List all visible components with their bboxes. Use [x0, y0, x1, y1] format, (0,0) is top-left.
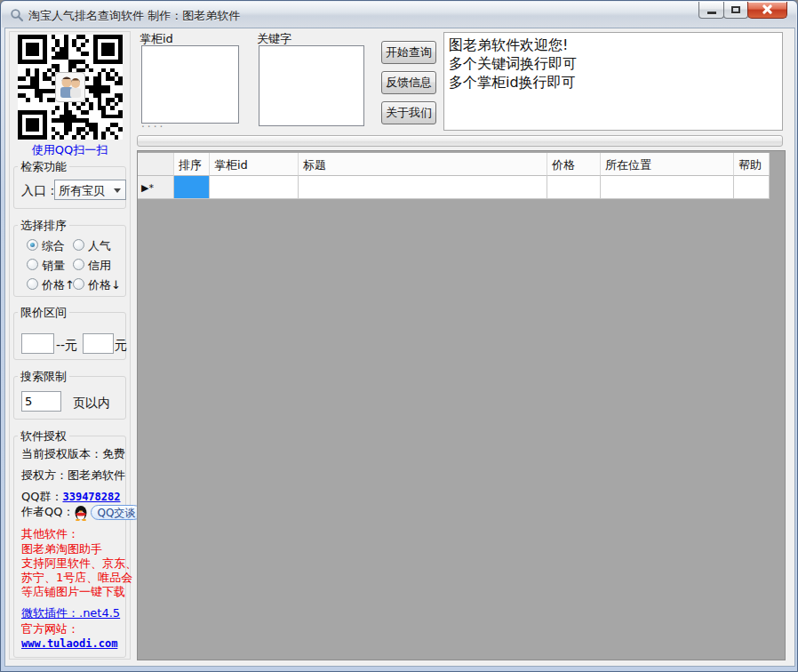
about-us-button[interactable]: 关于我们 [381, 101, 436, 124]
price-between-label: --元 [56, 338, 77, 354]
radio-icon [73, 278, 84, 290]
results-grid: 排序 掌柜id 标题 价格 所在位置 帮助 ▶* [137, 150, 786, 660]
radio-sort-price-asc[interactable]: 价格↑ [27, 278, 75, 292]
license-group-title: 软件授权 [18, 428, 69, 444]
official-site-label: 官方网站： [21, 621, 79, 637]
entry-dropdown[interactable]: 所有宝贝 [54, 180, 126, 200]
radio-sort-composite[interactable]: 综合 [27, 239, 65, 252]
close-icon [762, 4, 772, 14]
column-header-title[interactable]: 标题 [299, 153, 547, 176]
welcome-line-1: 图老弟软件欢迎您! [449, 36, 778, 54]
qq-penguin-icon [74, 505, 88, 521]
feedback-button[interactable]: 反馈信息 [381, 71, 436, 94]
price-suffix-label: 元 [115, 338, 127, 354]
table-row: ▶* [138, 176, 785, 199]
column-header-price[interactable]: 价格 [547, 153, 601, 176]
new-row-indicator[interactable]: ▶* [138, 176, 174, 199]
qq-chat-button[interactable]: QQ交谈 [91, 505, 141, 520]
title-bar: 淘宝人气排名查询软件 制作：图老弟软件 [2, 2, 796, 28]
author-qq-label: 作者QQ： [21, 505, 74, 518]
entry-label: 入口： [21, 183, 59, 199]
qq-group-number-link[interactable]: 339478282 [62, 491, 120, 503]
maximize-icon [731, 6, 740, 13]
radio-icon [27, 239, 38, 251]
cell-help[interactable] [734, 176, 770, 199]
magnifier-app-icon [10, 8, 24, 22]
search-limit-group: 搜索限制 页以内 [13, 376, 126, 420]
author-qq-line: 作者QQ：QQ交谈 [21, 504, 141, 521]
welcome-message-box: 图老弟软件欢迎您! 多个关键词换行即可 多个掌柜id换行即可 [443, 32, 783, 131]
cell-price[interactable] [547, 176, 601, 199]
close-button[interactable] [747, 2, 787, 19]
qq-scan-link[interactable]: 使用QQ扫一扫 [10, 142, 130, 158]
search-function-group: 检索功能 入口： 所有宝贝 [13, 166, 126, 209]
query-progress-bar [137, 135, 783, 147]
radio-sort-sales[interactable]: 销量 [27, 259, 65, 272]
radio-sort-credit[interactable]: 信用 [73, 259, 111, 272]
qr-center-avatar [55, 72, 85, 102]
license-version-line: 当前授权版本：免费 [21, 446, 125, 462]
price-range-group: 限价区间 --元 元 [13, 312, 126, 360]
limit-group-title: 搜索限制 [18, 369, 69, 385]
maximize-button[interactable] [723, 2, 748, 19]
cell-title[interactable] [299, 176, 547, 199]
entry-dropdown-value: 所有宝贝 [59, 183, 105, 199]
column-header-help[interactable]: 帮助 [734, 153, 770, 176]
qq-group-line: QQ群：339478282 [21, 489, 121, 505]
minimize-button[interactable] [698, 2, 724, 19]
qq-qr-code [16, 35, 124, 140]
column-header-shop-id[interactable]: 掌柜id [210, 153, 299, 176]
other-software-line-4: 等店铺图片一键下载 [21, 584, 125, 600]
grid-header-filler [770, 153, 785, 176]
grid-row-filler [770, 176, 785, 199]
chevron-down-icon [114, 188, 121, 193]
license-group: 软件授权 当前授权版本：免费 授权方：图老弟软件 QQ群：339478282 作… [13, 436, 126, 658]
sort-group: 选择排序 综合 人气 销量 信用 [13, 225, 126, 297]
official-site-link[interactable]: www.tulaodi.com [21, 637, 117, 650]
welcome-line-3: 多个掌柜id换行即可 [449, 73, 778, 92]
sidebar-panel: 使用QQ扫一扫 检索功能 入口： 所有宝贝 选择排序 综合 人 [9, 31, 131, 660]
window-title: 淘宝人气排名查询软件 制作：图老弟软件 [28, 8, 240, 24]
qq-group-label: QQ群： [21, 490, 62, 503]
client-area: 使用QQ扫一扫 检索功能 入口： 所有宝贝 选择排序 综合 人 [4, 28, 795, 667]
shopkeeper-id-textarea[interactable] [141, 45, 239, 124]
sort-group-title: 选择排序 [18, 218, 69, 234]
page-limit-input[interactable] [21, 391, 61, 412]
radio-icon [73, 239, 84, 251]
radio-icon [27, 278, 38, 290]
price-min-input[interactable] [21, 333, 54, 354]
search-group-title: 检索功能 [18, 159, 69, 175]
start-query-button[interactable]: 开始查询 [381, 41, 436, 64]
grid-corner-cell[interactable] [138, 153, 174, 176]
licensor-line: 授权方：图老弟软件 [21, 468, 125, 484]
price-group-title: 限价区间 [18, 305, 69, 321]
column-header-location[interactable]: 所在位置 [601, 153, 734, 176]
cell-location[interactable] [601, 176, 734, 199]
price-max-input[interactable] [83, 333, 114, 354]
welcome-line-2: 多个关键词换行即可 [449, 54, 778, 73]
radio-icon [73, 259, 84, 270]
limit-suffix-label: 页以内 [73, 396, 110, 412]
other-software-label: 其他软件： [21, 526, 79, 542]
grid-header-row: 排序 掌柜id 标题 价格 所在位置 帮助 [138, 153, 785, 176]
app-window: 淘宝人气排名查询软件 制作：图老弟软件 [0, 0, 798, 672]
radio-sort-popularity[interactable]: 人气 [73, 239, 111, 252]
dotnet-plugin-link[interactable]: 微软插件：.net4.5 [21, 605, 120, 621]
splitter-grip-dots: ···· [141, 121, 165, 133]
radio-sort-price-desc[interactable]: 价格↓ [73, 278, 121, 292]
minimize-icon [707, 12, 716, 14]
keyword-textarea[interactable] [259, 45, 364, 126]
column-header-rank[interactable]: 排序 [174, 153, 210, 176]
cell-shop-id[interactable] [210, 176, 299, 199]
radio-icon [27, 259, 38, 270]
cell-rank-selected[interactable] [174, 176, 210, 199]
